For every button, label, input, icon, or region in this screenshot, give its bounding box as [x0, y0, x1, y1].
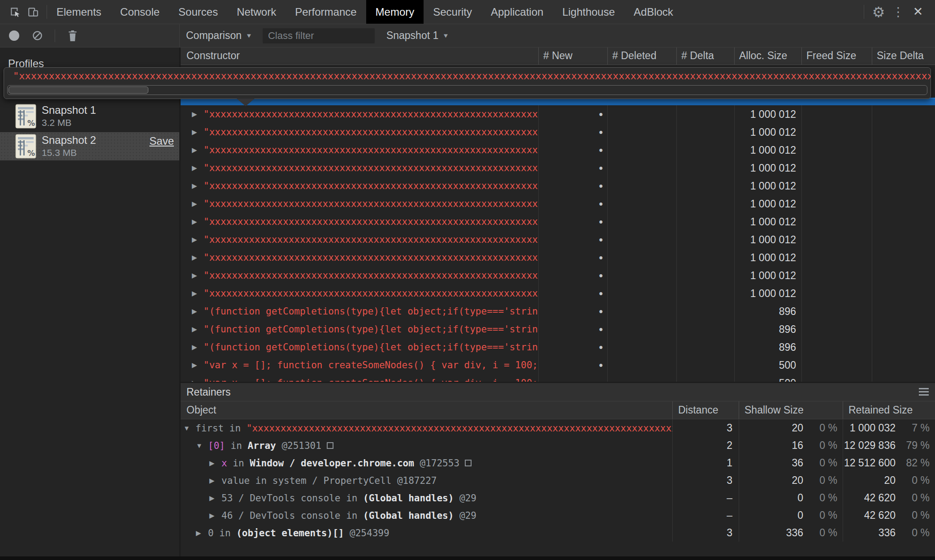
tab-sources[interactable]: Sources — [169, 0, 227, 24]
constructor-row[interactable]: ▶"(function getCompletions(type){let obj… — [181, 302, 935, 320]
scrollbar-thumb[interactable] — [9, 86, 148, 94]
device-toolbar-icon[interactable] — [24, 3, 42, 21]
constructor-string: "xxxxxxxxxxxxxxxxxxxxxxxxxxxxxxxxxxxxxxx… — [203, 198, 538, 209]
class-filter-input[interactable] — [263, 28, 375, 43]
column-header-delta[interactable]: # Delta — [676, 47, 734, 65]
disclosure-triangle-icon[interactable]: ▶ — [192, 128, 203, 136]
retained-size-cell: 42 6200 % — [843, 489, 935, 507]
clear-profiles-icon[interactable] — [32, 30, 43, 41]
retainer-row[interactable]: ▼first in "xxxxxxxxxxxxxxxxxxxxxxxxxxxxx… — [181, 419, 935, 437]
disclosure-triangle-icon[interactable]: ▶ — [209, 494, 221, 502]
shallow-size-cell: 200 % — [739, 472, 843, 489]
retainer-row[interactable]: ▶53 / DevTools console in (Global handle… — [181, 489, 935, 507]
string-preview-scrollbar[interactable] — [7, 85, 927, 95]
disclosure-triangle-icon[interactable]: ▶ — [192, 307, 203, 315]
disclosure-triangle-icon[interactable]: ▶ — [196, 529, 208, 537]
disclosure-triangle-icon[interactable]: ▶ — [192, 236, 203, 244]
disclosure-triangle-icon[interactable]: ▶ — [209, 477, 221, 485]
tab-elements[interactable]: Elements — [47, 0, 111, 24]
disclosure-triangle-icon[interactable]: ▶ — [192, 361, 203, 369]
size-delta-cell — [872, 356, 935, 374]
column-header-constructor[interactable]: Constructor — [181, 47, 538, 65]
retainers-menu-icon[interactable] — [919, 388, 929, 397]
close-devtools-icon[interactable]: ✕ — [908, 2, 928, 22]
perspective-select[interactable]: Comparison ▼ — [186, 30, 252, 42]
constructor-row[interactable]: ▶"xxxxxxxxxxxxxxxxxxxxxxxxxxxxxxxxxxxxxx… — [181, 249, 935, 267]
alloc-size-cell: 1 000 012 — [734, 159, 801, 177]
distance-cell: 3 — [672, 419, 739, 437]
alloc-size-cell: 1 000 012 — [734, 231, 801, 249]
retainer-row[interactable]: ▶x in Window / developer.chrome.com @172… — [181, 454, 935, 472]
constructor-row[interactable]: ▶"var x = []; function createSomeNodes()… — [181, 356, 935, 374]
column-header-freedsize[interactable]: Freed Size — [801, 47, 872, 65]
column-header-deleted[interactable]: # Deleted — [607, 47, 676, 65]
disclosure-triangle-icon[interactable]: ▼ — [183, 424, 195, 432]
constructor-cell: ▶"var x = []; function createSomeNodes()… — [181, 356, 538, 374]
disclosure-triangle-icon[interactable]: ▶ — [192, 110, 203, 118]
constructor-row[interactable]: ▶"xxxxxxxxxxxxxxxxxxxxxxxxxxxxxxxxxxxxxx… — [181, 123, 935, 141]
retainers-column-header-object[interactable]: Object — [181, 401, 672, 419]
disclosure-triangle-icon[interactable]: ▶ — [192, 146, 203, 154]
record-heap-button[interactable] — [9, 30, 19, 41]
disclosure-triangle-icon[interactable]: ▶ — [192, 325, 203, 333]
sidebar-item-snapshot-1[interactable]: %Snapshot 13.2 MB — [0, 102, 179, 130]
constructor-row[interactable]: ▶"xxxxxxxxxxxxxxxxxxxxxxxxxxxxxxxxxxxxxx… — [181, 105, 935, 123]
disclosure-triangle-icon[interactable]: ▶ — [192, 182, 203, 190]
disclosure-triangle-icon[interactable]: ▶ — [209, 459, 221, 467]
freed-size-cell — [801, 105, 872, 123]
tab-network[interactable]: Network — [227, 0, 286, 24]
reveal-object-icon[interactable] — [465, 460, 472, 466]
disclosure-triangle-icon[interactable]: ▼ — [196, 442, 208, 449]
constructor-string: "xxxxxxxxxxxxxxxxxxxxxxxxxxxxxxxxxxxxxxx… — [203, 270, 538, 281]
constructor-row[interactable]: ▶"var x = []; function createSomeNodes()… — [181, 374, 935, 382]
constructor-row[interactable]: ▶"(function getCompletions(type){let obj… — [181, 338, 935, 356]
disclosure-triangle-icon[interactable]: ▶ — [192, 254, 203, 262]
constructor-row[interactable]: ▶"xxxxxxxxxxxxxxxxxxxxxxxxxxxxxxxxxxxxxx… — [181, 213, 935, 231]
constructor-row[interactable]: ▶"xxxxxxxxxxxxxxxxxxxxxxxxxxxxxxxxxxxxxx… — [181, 195, 935, 213]
column-header-sizedelta[interactable]: Size Delta — [872, 47, 935, 65]
inspect-element-icon[interactable] — [6, 3, 24, 21]
constructor-row[interactable]: ▶"xxxxxxxxxxxxxxxxxxxxxxxxxxxxxxxxxxxxxx… — [181, 267, 935, 284]
string-preview-text: "xxxxxxxxxxxxxxxxxxxxxxxxxxxxxxxxxxxxxxx… — [13, 70, 931, 84]
constructor-row[interactable]: ▶"(function getCompletions(type){let obj… — [181, 320, 935, 338]
retained-size-value: 336 — [843, 527, 896, 539]
constructor-row[interactable]: ▶"xxxxxxxxxxxxxxxxxxxxxxxxxxxxxxxxxxxxxx… — [181, 141, 935, 159]
retainer-row[interactable]: ▶46 / DevTools console in (Global handle… — [181, 507, 935, 524]
delete-profile-trash-icon[interactable] — [68, 30, 78, 42]
constructor-row[interactable]: ▶"xxxxxxxxxxxxxxxxxxxxxxxxxxxxxxxxxxxxxx… — [181, 159, 935, 177]
retainer-row[interactable]: ▶0 in (object elements)[] @25439933360 %… — [181, 524, 935, 542]
retainer-row[interactable]: ▶value in system / PropertyCell @1872273… — [181, 472, 935, 489]
retainers-column-header-retained-size[interactable]: Retained Size — [843, 401, 935, 419]
save-snapshot-link[interactable]: Save — [149, 135, 174, 147]
disclosure-triangle-icon[interactable]: ▶ — [192, 164, 203, 172]
tab-security[interactable]: Security — [424, 0, 481, 24]
disclosure-triangle-icon[interactable]: ▶ — [209, 512, 221, 520]
disclosure-triangle-icon[interactable]: ▶ — [192, 271, 203, 280]
column-header-allocsize[interactable]: Alloc. Size — [734, 47, 801, 65]
delta-count-cell — [676, 123, 734, 141]
reveal-object-icon[interactable] — [327, 442, 333, 449]
size-delta-cell — [872, 141, 935, 159]
disclosure-triangle-icon[interactable]: ▶ — [192, 343, 203, 351]
disclosure-triangle-icon[interactable]: ▶ — [192, 200, 203, 208]
more-options-kebab-icon[interactable]: ⋮ — [888, 2, 908, 22]
tab-performance[interactable]: Performance — [286, 0, 366, 24]
tab-console[interactable]: Console — [111, 0, 169, 24]
disclosure-triangle-icon[interactable]: ▶ — [192, 289, 203, 297]
tab-application[interactable]: Application — [481, 0, 553, 24]
tab-adblock[interactable]: AdBlock — [624, 0, 683, 24]
retained-size-value: 1 000 032 — [843, 422, 896, 434]
disclosure-triangle-icon[interactable]: ▶ — [192, 218, 203, 226]
retainer-row[interactable]: ▼[0] in Array @2513012160 %12 029 83679 … — [181, 437, 935, 454]
retainers-column-header-distance[interactable]: Distance — [672, 401, 739, 419]
base-snapshot-select[interactable]: Snapshot 1 ▼ — [386, 30, 449, 42]
sidebar-item-snapshot-2[interactable]: %Snapshot 215.3 MBSave — [0, 132, 179, 160]
column-header-new[interactable]: # New — [538, 47, 607, 65]
constructor-row[interactable]: ▶"xxxxxxxxxxxxxxxxxxxxxxxxxxxxxxxxxxxxxx… — [181, 284, 935, 302]
constructor-row[interactable]: ▶"xxxxxxxxxxxxxxxxxxxxxxxxxxxxxxxxxxxxxx… — [181, 231, 935, 249]
settings-gear-icon[interactable]: ⚙ — [869, 2, 888, 22]
tab-memory[interactable]: Memory — [366, 0, 424, 24]
retainers-column-header-shallow-size[interactable]: Shallow Size — [739, 401, 843, 419]
constructor-row[interactable]: ▶"xxxxxxxxxxxxxxxxxxxxxxxxxxxxxxxxxxxxxx… — [181, 177, 935, 195]
tab-lighthouse[interactable]: Lighthouse — [553, 0, 624, 24]
